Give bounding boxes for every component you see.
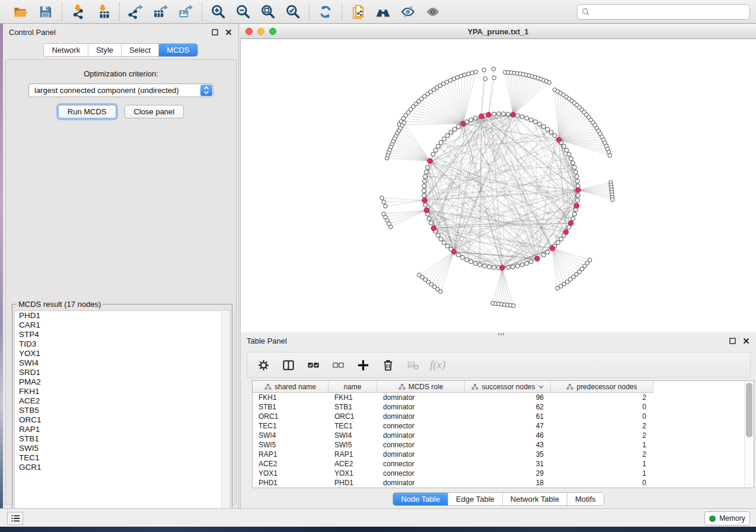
mcds-result-item[interactable]: FKH1	[15, 387, 229, 396]
close-panel-button[interactable]: Close panel	[125, 105, 184, 118]
table-row[interactable]: PHD1PHD1dominator180	[253, 478, 754, 488]
network-from-selection-button[interactable]	[349, 3, 367, 21]
mcds-result-item[interactable]: STB5	[15, 406, 229, 415]
mcds-result-item[interactable]: SRD1	[15, 368, 229, 377]
hide-selected-button[interactable]	[399, 3, 417, 21]
select-all-button[interactable]	[305, 357, 321, 373]
save-session-button[interactable]	[37, 3, 55, 21]
memory-button[interactable]: Memory	[704, 511, 750, 525]
table-row[interactable]: TEC1TEC1connector472	[253, 421, 754, 431]
column-header-MCDS-role[interactable]: MCDS role	[377, 381, 465, 393]
search-box[interactable]	[577, 4, 750, 20]
cell-shared-name: SWI5	[253, 440, 328, 450]
tab-motifs[interactable]: Motifs	[567, 493, 604, 505]
table-scrollbar[interactable]	[744, 381, 754, 488]
mcds-result-item[interactable]: CAR1	[15, 321, 229, 330]
tab-network-table[interactable]: Network Table	[502, 493, 567, 505]
delete-columns-icon	[381, 358, 395, 372]
export-image-button[interactable]	[177, 3, 194, 21]
cell-MCDS-role: dominator	[377, 412, 465, 421]
tab-edge-table[interactable]: Edge Table	[448, 493, 502, 505]
table-row[interactable]: ACE2ACE2connector311	[253, 459, 754, 469]
tab-style[interactable]: Style	[88, 44, 121, 56]
cell-successor-nodes: 62	[465, 402, 551, 412]
zoom-out-button[interactable]	[234, 3, 252, 21]
select-all-icon	[307, 358, 320, 372]
node-table[interactable]: shared namenameMCDS rolesuccessor nodesp…	[252, 380, 754, 488]
mcds-result-item[interactable]: RAP1	[15, 425, 229, 434]
zoom-in-button[interactable]	[209, 3, 227, 21]
mcds-result-item[interactable]: PMA2	[15, 377, 229, 387]
float-panel-icon[interactable]	[729, 337, 736, 345]
settings-button[interactable]	[256, 357, 271, 373]
column-label: shared name	[275, 383, 316, 391]
criterion-dropdown[interactable]: largest connected component (undirected)	[28, 84, 213, 97]
cell-successor-nodes: 35	[465, 450, 551, 459]
mcds-result-item[interactable]: TEC1	[15, 453, 229, 463]
mcds-result-item[interactable]: TID3	[15, 339, 229, 349]
mcds-list-scrollbar[interactable]	[221, 312, 229, 517]
table-row[interactable]: RAP1RAP1dominator352	[253, 450, 754, 459]
import-network-button[interactable]	[69, 3, 87, 21]
cell-shared-name: RAP1	[253, 450, 328, 459]
split-panel-button[interactable]	[280, 357, 296, 373]
network-graph[interactable]	[241, 39, 756, 332]
export-network-button[interactable]	[127, 3, 145, 21]
tab-node-table[interactable]: Node Table	[393, 493, 448, 505]
close-panel-icon[interactable]	[225, 28, 232, 36]
export-network-icon	[128, 4, 143, 20]
mcds-result-item[interactable]: ORC1	[15, 415, 229, 425]
network-canvas[interactable]	[240, 39, 756, 332]
zoom-selected-button[interactable]	[284, 3, 302, 21]
panel-divider-handle[interactable]	[498, 333, 505, 335]
mcds-result-item[interactable]: ACE2	[15, 396, 229, 406]
cell-shared-name: STB1	[253, 402, 328, 412]
mcds-result-item[interactable]: GCR1	[15, 463, 229, 472]
add-column-button[interactable]	[355, 357, 371, 373]
mcds-result-list[interactable]: PHD1CAR1STP4TID3YOX1SWI4SRD1PMA2FKH1ACE2…	[14, 310, 230, 518]
column-label: name	[343, 383, 361, 391]
run-mcds-button[interactable]: Run MCDS	[58, 105, 116, 118]
mcds-result-item[interactable]: SWI4	[15, 358, 229, 368]
tab-mcds[interactable]: MCDS	[158, 44, 197, 56]
refresh-layout-button[interactable]	[317, 3, 334, 21]
mcds-result-item[interactable]: STB1	[15, 434, 229, 444]
save-session-icon	[38, 4, 53, 20]
search-input[interactable]	[593, 6, 749, 18]
table-row[interactable]: SWI5SWI5connector431	[253, 440, 754, 450]
network-window-titlebar[interactable]: YPA_prune.txt_1	[240, 24, 756, 39]
table-row[interactable]: SWI4SWI4dominator462	[253, 431, 754, 440]
first-neighbors-button[interactable]	[374, 3, 392, 21]
show-all-button[interactable]	[424, 3, 442, 21]
mcds-result-item[interactable]: STP4	[15, 330, 229, 339]
table-row[interactable]: FKH1FKH1dominator962	[253, 393, 754, 402]
column-header-predecessor-nodes[interactable]: predecessor nodes	[551, 381, 653, 393]
float-panel-icon[interactable]	[211, 28, 219, 36]
close-panel-icon[interactable]	[742, 337, 750, 345]
import-table-button[interactable]	[94, 3, 112, 21]
column-header-successor-nodes[interactable]: successor nodes	[465, 381, 551, 393]
mcds-result-item[interactable]: PHD1	[15, 311, 229, 321]
zoom-fit-button[interactable]	[259, 3, 277, 21]
column-header-shared-name[interactable]: shared name	[253, 381, 328, 393]
tab-select[interactable]: Select	[121, 44, 158, 56]
task-history-button[interactable]	[7, 512, 23, 525]
export-table-button[interactable]	[152, 3, 170, 21]
table-scrollbar-thumb[interactable]	[746, 383, 752, 437]
mcds-result-item[interactable]: YOX1	[15, 349, 229, 358]
table-toolbar: f(x)	[247, 352, 751, 378]
cell-shared-name: SWI4	[253, 431, 328, 440]
table-row[interactable]: STB1STB1dominator620	[253, 402, 754, 412]
tab-network[interactable]: Network	[44, 44, 88, 56]
deselect-all-button[interactable]	[330, 357, 346, 373]
cell-MCDS-role: dominator	[377, 431, 465, 440]
cell-shared-name: PHD1	[253, 478, 328, 488]
open-file-button[interactable]	[12, 3, 30, 21]
table-row[interactable]: YOX1YOX1connector291	[253, 469, 754, 478]
cell-predecessor-nodes: 2	[551, 421, 653, 431]
mcds-result-item[interactable]: SWI5	[15, 444, 229, 453]
cell-predecessor-nodes: 1	[551, 440, 653, 450]
delete-columns-button[interactable]	[380, 357, 395, 373]
table-row[interactable]: ORC1ORC1dominator610	[253, 412, 754, 421]
column-header-name[interactable]: name	[328, 381, 377, 393]
